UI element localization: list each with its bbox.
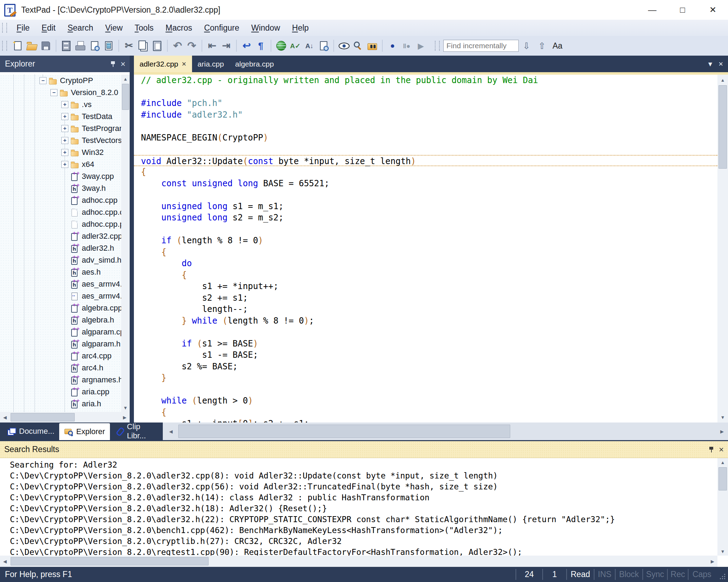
search-result-line[interactable]: C:\Dev\CryptoPP\Version_8.2.0\adler32.h(… xyxy=(10,492,717,503)
tree-item-win32[interactable]: +Win32 xyxy=(0,146,121,158)
scroll-down-icon[interactable]: ▼ xyxy=(717,548,728,555)
word-wrap-button[interactable]: ↩ xyxy=(240,39,254,52)
tree-item-adhoc-cpp-cop[interactable]: +adhoc.cpp.cop xyxy=(0,206,121,218)
expand-icon[interactable]: + xyxy=(61,101,68,108)
code-line[interactable]: } while (length % 8 != 0); xyxy=(141,315,717,327)
tree-item-3way-h[interactable]: +3way.h xyxy=(0,182,121,194)
code-line[interactable]: } xyxy=(141,372,717,384)
dock-tab-clip-libr[interactable]: Clip Libr... xyxy=(110,423,163,440)
paste-button[interactable] xyxy=(150,39,164,52)
tree-item-aria-h[interactable]: +aria.h xyxy=(0,398,121,410)
code-line[interactable]: do xyxy=(141,258,717,269)
code-line[interactable]: s1 -= BASE; xyxy=(141,349,717,361)
manage-files-button[interactable] xyxy=(59,39,73,52)
scrollbar-thumb[interactable] xyxy=(718,467,727,490)
explorer-vertical-scrollbar[interactable]: ▲ ▼ xyxy=(121,75,130,412)
tab-list-icon[interactable]: ▾ xyxy=(708,60,712,69)
scroll-left-icon[interactable]: ◀ xyxy=(167,423,175,440)
tree-item-algparam-cpp[interactable]: +algparam.cpp xyxy=(0,326,121,338)
in-context-view-button[interactable] xyxy=(337,39,351,52)
tree-item-testprograms[interactable]: +TestPrograms xyxy=(0,123,121,134)
sort-lines-button[interactable]: A↓ xyxy=(302,39,316,52)
new-document-button[interactable] xyxy=(11,39,25,52)
code-line[interactable]: s2 += s1; xyxy=(141,292,717,304)
menu-configure[interactable]: Configure xyxy=(198,21,245,35)
collapse-icon[interactable]: − xyxy=(50,89,57,96)
print-preview-button[interactable] xyxy=(87,39,101,52)
pin-icon[interactable] xyxy=(111,61,116,67)
code-line[interactable]: { xyxy=(141,246,717,258)
indent-button[interactable]: ⇥ xyxy=(219,39,233,52)
close-button[interactable]: ✕ xyxy=(698,0,728,20)
explorer-horizontal-scrollbar[interactable]: ◀ ▶ xyxy=(0,412,130,423)
tab-adler32-cpp[interactable]: adler32.cpp× xyxy=(134,56,192,72)
scroll-up-icon[interactable]: ▲ xyxy=(717,459,728,466)
minimize-button[interactable]: — xyxy=(637,0,667,20)
code-line[interactable]: length--; xyxy=(141,303,717,315)
tree-item-vs[interactable]: +.vs xyxy=(0,99,121,111)
results-horizontal-scrollbar[interactable]: ◀ ▶ xyxy=(0,556,717,567)
code-line[interactable] xyxy=(141,326,717,338)
find-in-files-button[interactable] xyxy=(316,39,331,52)
expand-icon[interactable]: + xyxy=(61,113,68,120)
scrollbar-thumb[interactable] xyxy=(11,413,75,421)
tree-item-adler32-h[interactable]: +adler32.h xyxy=(0,242,121,254)
tree-item-adv-simd-h[interactable]: +adv_simd.h xyxy=(0,254,121,266)
redo-button[interactable]: ↷ xyxy=(185,39,199,52)
scrollbar-thumb[interactable] xyxy=(718,85,727,169)
close-panel-icon[interactable]: × xyxy=(719,445,724,454)
tree-item-arc4-h[interactable]: +arc4.h xyxy=(0,362,121,374)
tree-item-algebra-cpp[interactable]: +algebra.cpp xyxy=(0,302,121,314)
tab-algebra-cpp[interactable]: algebra.cpp xyxy=(229,56,279,72)
code-line[interactable]: #include "pch.h" xyxy=(141,98,717,109)
scroll-right-icon[interactable]: ▶ xyxy=(709,556,716,567)
close-document-icon[interactable]: × xyxy=(718,60,723,69)
code-line[interactable] xyxy=(141,224,717,235)
tree-item-version-8-2-0[interactable]: −Version_8.2.0 xyxy=(0,87,121,99)
expand-icon[interactable]: + xyxy=(61,125,68,132)
code-line[interactable]: unsigned long s1 = m_s1; xyxy=(141,201,717,212)
code-line[interactable]: #include "adler32.h" xyxy=(141,109,717,121)
scroll-right-icon[interactable]: ▶ xyxy=(121,412,128,423)
editor-vertical-scrollbar[interactable]: ▲ ▼ xyxy=(717,75,728,423)
menubar-grip[interactable] xyxy=(2,23,7,33)
tree-item-adler32-cpp[interactable]: +adler32.cpp xyxy=(0,230,121,242)
find-previous-button[interactable]: ⇧ xyxy=(534,39,550,52)
scrollbar-thumb[interactable] xyxy=(122,84,129,110)
tree-item-aes-armv4-s[interactable]: +aes_armv4.S xyxy=(0,290,121,302)
code-line[interactable]: if (length % 8 != 0) xyxy=(141,235,717,246)
menu-edit[interactable]: Edit xyxy=(36,21,62,35)
scroll-up-icon[interactable]: ▲ xyxy=(121,75,130,82)
menu-help[interactable]: Help xyxy=(286,21,315,35)
incremental-find-input[interactable] xyxy=(443,40,519,52)
unindent-button[interactable]: ⇤ xyxy=(205,39,219,52)
panel-splitter[interactable] xyxy=(130,56,134,440)
document-properties-button[interactable] xyxy=(101,39,116,52)
code-line[interactable] xyxy=(141,86,717,98)
tree-item-arc4-cpp[interactable]: +arc4.cpp xyxy=(0,350,121,362)
expand-icon[interactable]: + xyxy=(61,149,68,156)
menu-window[interactable]: Window xyxy=(245,21,286,35)
code-line[interactable]: while (length > 0) xyxy=(141,395,717,407)
tree-item-3way-cpp[interactable]: +3way.cpp xyxy=(0,170,121,182)
code-line[interactable]: s1 += *input++; xyxy=(141,281,717,292)
code-line-current[interactable]: void Adler32::Update(const byte *input, … xyxy=(134,155,717,167)
close-tab-icon[interactable]: × xyxy=(182,60,186,69)
maximize-button[interactable]: □ xyxy=(667,0,698,20)
undo-button[interactable]: ↶ xyxy=(171,39,185,52)
scroll-down-icon[interactable]: ▼ xyxy=(121,404,130,411)
scroll-left-icon[interactable]: ◀ xyxy=(1,412,8,423)
scroll-up-icon[interactable]: ▲ xyxy=(717,76,728,84)
collapse-icon[interactable]: − xyxy=(39,77,47,84)
menu-tools[interactable]: Tools xyxy=(129,21,160,35)
code-line[interactable]: { xyxy=(141,166,717,178)
code-line[interactable]: s2 %= BASE; xyxy=(141,361,717,373)
code-line[interactable]: const unsigned long BASE = 65521; xyxy=(141,178,717,189)
code-line[interactable] xyxy=(141,384,717,395)
match-case-button[interactable]: Aa xyxy=(550,39,565,52)
resize-grip[interactable] xyxy=(715,567,728,582)
tree-item-testdata[interactable]: +TestData xyxy=(0,111,121,123)
scroll-left-icon[interactable]: ◀ xyxy=(1,556,8,567)
editor-horizontal-scrollbar[interactable]: ◀ ▶ xyxy=(163,423,728,440)
code-line[interactable] xyxy=(141,143,717,155)
